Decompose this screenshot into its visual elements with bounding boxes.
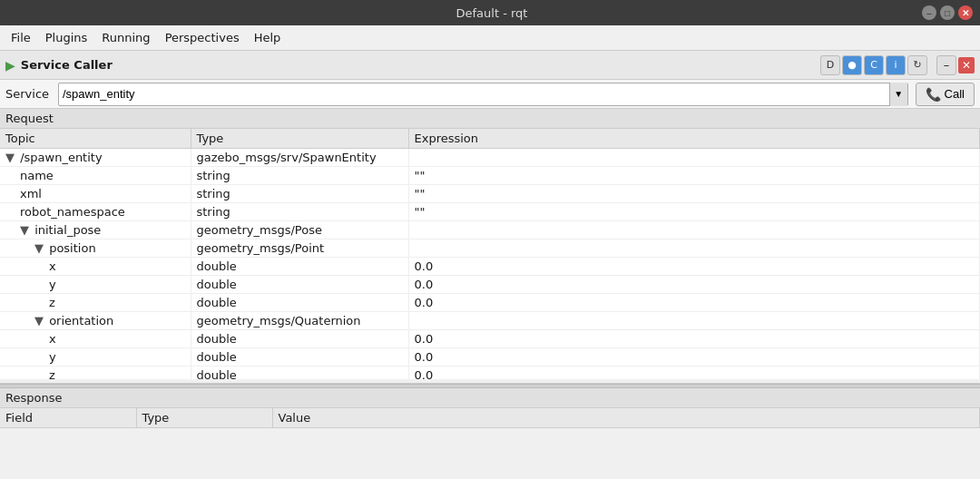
table-row[interactable]: zdouble0.0 bbox=[0, 294, 980, 312]
expander-icon[interactable]: ▼ bbox=[20, 223, 33, 237]
expression-cell[interactable]: 0.0 bbox=[408, 367, 980, 380]
close-button[interactable]: ✕ bbox=[958, 5, 973, 20]
col-expression: Expression bbox=[408, 129, 980, 149]
topic-cell: y bbox=[0, 276, 191, 294]
service-label: Service bbox=[5, 87, 51, 101]
expression-cell[interactable]: 0.0 bbox=[408, 276, 980, 294]
menu-plugins[interactable]: Plugins bbox=[38, 28, 95, 47]
icon-d-button[interactable]: D bbox=[820, 55, 840, 75]
service-row: Service ▼ 📞 Call bbox=[0, 80, 980, 109]
expression-cell[interactable] bbox=[408, 221, 980, 240]
request-scroll-area[interactable]: Topic Type Expression ▼ /spawn_entitygaz… bbox=[0, 129, 980, 379]
topic-cell: x bbox=[0, 258, 191, 276]
col-topic: Topic bbox=[0, 129, 191, 149]
type-cell: geometry_msgs/Pose bbox=[191, 221, 408, 240]
expression-cell[interactable] bbox=[408, 149, 980, 167]
menu-bar: File Plugins Running Perspectives Help bbox=[0, 25, 980, 51]
menu-perspectives[interactable]: Perspectives bbox=[158, 28, 247, 47]
expression-cell[interactable]: 0.0 bbox=[408, 294, 980, 312]
response-section-label: Response bbox=[0, 388, 980, 408]
plugin-title: Service Caller bbox=[21, 58, 113, 72]
request-section-label: Request bbox=[0, 109, 980, 129]
minimize-button[interactable]: – bbox=[922, 5, 936, 20]
topic-cell: z bbox=[0, 367, 191, 380]
close-plugin-button[interactable]: ✕ bbox=[958, 57, 975, 73]
topic-cell: y bbox=[0, 348, 191, 367]
expression-cell[interactable] bbox=[408, 240, 980, 258]
table-row[interactable]: ▼ positiongeometry_msgs/Point bbox=[0, 240, 980, 258]
expression-cell[interactable]: "" bbox=[408, 185, 980, 203]
expander-icon[interactable]: ▼ bbox=[5, 151, 18, 164]
type-cell: geometry_msgs/Quaternion bbox=[191, 312, 408, 330]
menu-help[interactable]: Help bbox=[247, 28, 289, 47]
type-cell: string bbox=[191, 167, 408, 185]
request-table-header: Topic Type Expression bbox=[0, 129, 980, 149]
title-bar: Default - rqt – □ ✕ bbox=[0, 0, 980, 25]
expander-icon[interactable]: ▼ bbox=[34, 314, 47, 327]
topic-cell: x bbox=[0, 330, 191, 348]
type-cell: string bbox=[191, 203, 408, 221]
maximize-button[interactable]: □ bbox=[940, 5, 955, 20]
table-row[interactable]: zdouble0.0 bbox=[0, 367, 980, 380]
type-cell: string bbox=[191, 185, 408, 203]
expression-cell[interactable]: "" bbox=[408, 167, 980, 185]
expression-cell[interactable]: 0.0 bbox=[408, 258, 980, 276]
main-content: Request Topic Type Expression ▼ /spawn_e… bbox=[0, 109, 980, 479]
topic-cell: robot_namespace bbox=[0, 203, 191, 221]
icon-c-button[interactable]: C bbox=[864, 55, 884, 75]
table-row[interactable]: ▼ /spawn_entitygazebo_msgs/srv/SpawnEnti… bbox=[0, 149, 980, 167]
expander-icon[interactable]: ▼ bbox=[34, 241, 47, 255]
table-row[interactable]: xdouble0.0 bbox=[0, 258, 980, 276]
col-field: Field bbox=[0, 408, 136, 428]
request-table: Topic Type Expression ▼ /spawn_entitygaz… bbox=[0, 129, 980, 379]
col-type: Type bbox=[191, 129, 408, 149]
request-section: Request Topic Type Expression ▼ /spawn_e… bbox=[0, 109, 980, 384]
type-cell: double bbox=[191, 330, 408, 348]
table-row[interactable]: ydouble0.0 bbox=[0, 276, 980, 294]
plugin-arrow-icon: ▶ bbox=[5, 58, 15, 73]
plugin-header: ▶ Service Caller D ● C i ↻ – ✕ bbox=[0, 51, 980, 80]
topic-cell: ▼ initial_pose bbox=[0, 221, 191, 240]
response-section: Response Field Type Value bbox=[0, 388, 980, 479]
expression-cell[interactable]: 0.0 bbox=[408, 330, 980, 348]
topic-cell: name bbox=[0, 167, 191, 185]
table-row[interactable]: robot_namespacestring"" bbox=[0, 203, 980, 221]
type-cell: double bbox=[191, 367, 408, 380]
table-row[interactable]: ydouble0.0 bbox=[0, 348, 980, 367]
expression-cell[interactable]: 0.0 bbox=[408, 348, 980, 367]
plugin-title-area: ▶ Service Caller bbox=[5, 58, 113, 73]
type-cell: double bbox=[191, 294, 408, 312]
type-cell: double bbox=[191, 348, 408, 367]
topic-cell: ▼ position bbox=[0, 240, 191, 258]
type-cell: geometry_msgs/Point bbox=[191, 240, 408, 258]
minimize-plugin-button[interactable]: – bbox=[936, 55, 956, 75]
plugin-icons: D ● C i ↻ – ✕ bbox=[820, 55, 975, 75]
expression-cell[interactable] bbox=[408, 312, 980, 330]
topic-cell: ▼ orientation bbox=[0, 312, 191, 330]
topic-cell: z bbox=[0, 294, 191, 312]
service-dropdown-button[interactable]: ▼ bbox=[889, 83, 907, 106]
service-input[interactable] bbox=[59, 87, 889, 101]
menu-running[interactable]: Running bbox=[94, 28, 157, 47]
service-input-wrapper: ▼ bbox=[58, 83, 908, 106]
table-row[interactable]: xmlstring"" bbox=[0, 185, 980, 203]
type-cell: double bbox=[191, 276, 408, 294]
menu-file[interactable]: File bbox=[4, 28, 38, 47]
col-value: Value bbox=[272, 408, 980, 428]
col-rtype: Type bbox=[136, 408, 272, 428]
table-row[interactable]: ▼ initial_posegeometry_msgs/Pose bbox=[0, 221, 980, 240]
call-icon: 📞 bbox=[926, 87, 941, 102]
table-row[interactable]: xdouble0.0 bbox=[0, 330, 980, 348]
topic-cell: xml bbox=[0, 185, 191, 203]
expression-cell[interactable]: "" bbox=[408, 203, 980, 221]
table-row[interactable]: namestring"" bbox=[0, 167, 980, 185]
table-row[interactable]: ▼ orientationgeometry_msgs/Quaternion bbox=[0, 312, 980, 330]
title-bar-controls: – □ ✕ bbox=[922, 5, 973, 20]
refresh-button[interactable]: ↻ bbox=[907, 55, 927, 75]
icon-circle1-button[interactable]: ● bbox=[842, 55, 862, 75]
type-cell: double bbox=[191, 258, 408, 276]
response-table: Field Type Value bbox=[0, 408, 980, 428]
call-button[interactable]: 📞 Call bbox=[916, 83, 975, 106]
icon-info-button[interactable]: i bbox=[886, 55, 906, 75]
response-scroll-area[interactable]: Field Type Value bbox=[0, 408, 980, 475]
